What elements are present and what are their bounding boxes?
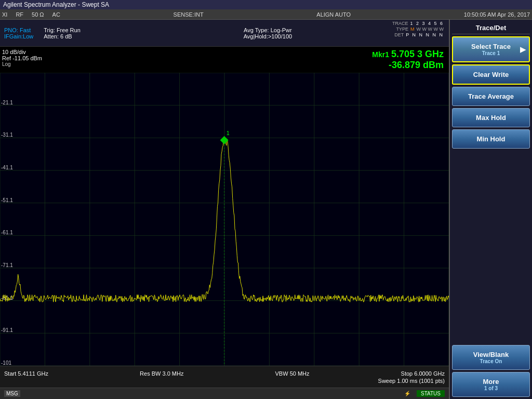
menu-bar: XI RF 50 Ω AC SENSE:INT ALIGN AUTO 10:50… [0, 9, 532, 20]
log-label: Log [2, 61, 42, 67]
trace-nums: 1 2 3 4 5 6 [410, 21, 444, 26]
avg-info: Avg Type: Log-Pwr Avg|Hold:>100/100 [91, 27, 445, 39]
atten-label: Atten: 6 dB [44, 33, 81, 39]
more-label: More [483, 378, 499, 385]
type-vals2: W W W W W [417, 26, 444, 32]
status-indicator: STATUS [417, 390, 445, 397]
main-layout: PNO: Fast IFGain:Low Trig: Free Run Atte… [0, 20, 532, 399]
menu-datetime: 10:50:05 AM Apr 26, 2017 [464, 11, 530, 18]
menu-xi[interactable]: XI [2, 11, 7, 18]
select-trace-label: Select Trace [471, 43, 511, 50]
select-trace-subtitle: Trace 1 [456, 50, 526, 56]
panel-title: Trace/Det [452, 22, 530, 34]
menu-50ohm[interactable]: 50 Ω [32, 11, 44, 18]
title-bar: Agilent Spectrum Analyzer - Swept SA [0, 0, 532, 9]
trace-average-label: Trace Average [468, 92, 514, 100]
view-blank-label: View/Blank [473, 351, 509, 358]
msg-indicator: MSG [4, 390, 20, 397]
scale-info: 10 dB/div Ref -11.05 dBm Log [2, 49, 42, 67]
spectrum-chart [0, 73, 449, 366]
trace-area [0, 73, 449, 366]
marker-display: Mkr1 5.705 3 GHz -36.879 dBm [372, 49, 444, 71]
more-subtitle: 1 of 3 [456, 385, 526, 391]
min-hold-label: Min Hold [477, 135, 506, 143]
menu-rf[interactable]: RF [16, 11, 23, 18]
trig-atten: Trig: Free Run Atten: 6 dB [44, 27, 81, 39]
info-bar: PNO: Fast IFGain:Low Trig: Free Run Atte… [0, 20, 449, 47]
max-hold-button[interactable]: Max Hold [452, 108, 530, 127]
ref-level: Ref -11.05 dBm [2, 55, 42, 61]
menu-sense: SENSE:INT [174, 11, 204, 18]
menu-ac[interactable]: AC [52, 11, 60, 18]
clear-write-label: Clear Write [473, 71, 509, 78]
pno-ifgain: PNO: Fast IFGain:Low [4, 27, 33, 39]
ifgain-label: IFGain:Low [4, 33, 33, 39]
trig-label: Trig: Free Run [44, 27, 81, 33]
marker-freq: Mkr1 5.705 3 GHz [372, 49, 444, 60]
keysight-logo: ⚡ [404, 391, 410, 396]
pno-label: PNO: Fast [4, 27, 33, 33]
menu-align: ALIGN AUTO [316, 11, 351, 18]
view-blank-subtitle: Trace On [456, 358, 526, 364]
trace-average-button[interactable]: Trace Average [452, 87, 530, 106]
max-hold-label: Max Hold [476, 114, 506, 122]
min-hold-button[interactable]: Min Hold [452, 129, 530, 149]
type-label: TYPE [396, 26, 409, 32]
center-panel: PNO: Fast IFGain:Low Trig: Free Run Atte… [0, 20, 449, 399]
det-vals: P N N N N N [406, 32, 444, 37]
more-button[interactable]: More 1 of 3 [452, 372, 530, 397]
marker-amp: -36.879 dBm [372, 60, 444, 71]
res-bw: Res BW 3.0 MHz [140, 370, 183, 377]
view-blank-button[interactable]: View/Blank Trace On [452, 345, 530, 370]
scale-div: 10 dB/div [2, 49, 42, 55]
select-trace-button[interactable]: Select Trace Trace 1 ▶ [452, 36, 530, 62]
det-label: DET [394, 32, 404, 37]
status-bar: MSG ⚡ STATUS [0, 388, 449, 399]
arrow-icon: ▶ [520, 45, 526, 54]
avg-type: Avg Type: Log-Pwr [244, 27, 292, 33]
marker-label: Mkr1 [372, 50, 391, 59]
trace-label: TRACE [392, 21, 408, 26]
vbw: VBW 50 MHz [275, 370, 310, 377]
type-vals: M [410, 26, 415, 32]
avg-hold: Avg|Hold:>100/100 [244, 33, 292, 39]
clear-write-button[interactable]: Clear Write [452, 64, 530, 85]
stop-freq: Stop 6.0000 GHz [401, 370, 445, 377]
bottom-info: Start 5.4111 GHz Res BW 3.0 MHz VBW 50 M… [0, 366, 449, 388]
start-freq: Start 5.4111 GHz [4, 370, 48, 377]
title-text: Agilent Spectrum Analyzer - Swept SA [3, 1, 109, 8]
sweep-info: Sweep 1.00 ms (1001 pts) [378, 378, 445, 384]
right-panel: Trace/Det Select Trace Trace 1 ▶ Clear W… [449, 20, 532, 399]
